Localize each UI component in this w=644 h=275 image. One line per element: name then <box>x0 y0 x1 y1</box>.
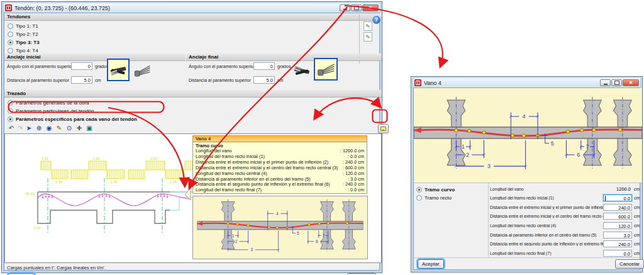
tramo-mode-list: Tramo curvoTramo recto <box>416 186 488 202</box>
tendon-type-option[interactable]: Tipo 1: T1 <box>8 22 40 30</box>
param-input[interactable]: 0.0 <box>603 250 632 257</box>
app-icon <box>414 79 421 86</box>
tooltip-row-label: Distancia entre el segundo punto de infl… <box>196 182 343 188</box>
dist-unit: cm <box>277 78 283 82</box>
param-input[interactable]: 240.0 <box>603 204 632 211</box>
tooltip-row: Longitud del vano: 1200.0 cm <box>193 149 367 154</box>
tooltip-row-label: Distancia al paramento inferior en el ce… <box>196 177 348 182</box>
help-icon[interactable]: ? <box>372 16 380 24</box>
tooltip-row-label: Longitud del tramo recto central (4) <box>196 171 343 177</box>
tooltip-row-value: : 0.0 cm <box>348 188 364 193</box>
tramo-mode-option[interactable]: Tramo curvo <box>416 186 488 194</box>
close-button[interactable]: ✕ <box>623 79 639 86</box>
tooltip-row: Distancia entre el segundo punto de infl… <box>193 182 367 188</box>
span-note-toggle-button[interactable] <box>378 124 389 133</box>
dist-input[interactable]: 5.0 <box>253 76 275 84</box>
vano-diagram-panel <box>414 88 642 183</box>
tramo-mode-label: Tramo curvo <box>425 187 455 193</box>
tendon-window: Tendón: (0, 23.725) - (60.446, 23.725) ✕… <box>1 1 382 273</box>
angle-label: Ángulo con el paramento superior <box>189 64 255 69</box>
zoom-orbit-icon[interactable]: ⊕ <box>35 124 43 133</box>
param-readonly-value: 1200.0 <box>603 186 632 193</box>
cancel-button[interactable]: Cancelar <box>615 259 644 269</box>
redo-icon[interactable]: ↷ <box>16 124 25 133</box>
minimize-button[interactable] <box>340 4 350 11</box>
radio-icon <box>8 31 13 37</box>
maximize-button[interactable] <box>611 79 622 86</box>
pan-hand-icon[interactable]: ✚ <box>75 124 84 133</box>
zoom-real-size-icon[interactable]: ◉ <box>45 124 53 133</box>
param-input[interactable]: 3.0 <box>603 232 632 239</box>
window-title: Tendón: (0, 23.725) - (60.446, 23.725) <box>14 5 110 11</box>
trazado-option[interactable]: Parámetros particulares del tendón <box>8 107 137 115</box>
edit-values-icon[interactable]: ✎ <box>364 32 372 42</box>
strand-fan-icon[interactable] <box>131 61 153 80</box>
radio-icon <box>8 108 13 114</box>
radio-icon <box>8 100 13 106</box>
window-title: Vano 4 <box>424 80 441 86</box>
trazado-header: Trazado <box>4 90 382 98</box>
param-label: Longitud del tramo recto inicial (1) <box>490 196 603 200</box>
undo-icon[interactable]: ↶ <box>7 124 16 133</box>
param-label: Distancia al paramento inferior en el ce… <box>490 233 603 237</box>
param-input[interactable]: 120.0 <box>603 222 632 229</box>
vano-window-titlebar[interactable]: Vano 4 ✕ <box>413 78 640 87</box>
param-label: Longitud del vano <box>490 187 603 191</box>
tramo-mode-label: Tramo recto <box>425 195 452 201</box>
tendon-type-option[interactable]: Tipo 2: T2 <box>8 30 40 38</box>
svg-text:1.92: 1.92 <box>93 157 100 160</box>
tendon-type-label: Tipo 2: T2 <box>16 31 38 37</box>
param-unit: cm <box>632 242 642 246</box>
accept-button[interactable]: Aceptar <box>418 259 444 269</box>
param-row: Distancia entre el extremo inicial y el … <box>490 203 642 212</box>
param-unit: cm <box>632 223 642 228</box>
tooltip-row: Distancia entre el extremo inicial y el … <box>193 160 367 166</box>
param-row: Distancia entre el segundo punto de infl… <box>490 239 642 249</box>
param-label: Distancia entre el extremo inicial y el … <box>490 205 603 210</box>
edit-tendon-icon[interactable]: ✎ <box>364 21 372 31</box>
param-input[interactable]: 0.0 <box>603 194 632 201</box>
vano-window-body: Tramo curvoTramo recto Longitud del vano… <box>413 87 640 270</box>
minimize-button[interactable] <box>600 79 611 86</box>
tendon-type-list: Tipo 1: T1Tipo 2: T2Tipo 3: T3Tipo 4: T4 <box>8 22 40 55</box>
svg-text:1.00: 1.00 <box>34 226 41 230</box>
anchorage-head-icon[interactable] <box>291 61 313 80</box>
angle-input[interactable]: 0 <box>71 62 92 70</box>
param-row: Distancia entre el extremo inicial y el … <box>490 212 642 222</box>
radio-icon <box>8 48 13 53</box>
maximize-button[interactable] <box>351 4 362 11</box>
param-row: Longitud del tramo recto inicial (1)0.0c… <box>490 194 642 203</box>
param-input[interactable]: 600.0 <box>603 213 632 220</box>
edit-pencil-icon[interactable]: ✎ <box>55 124 64 133</box>
strand-fan-icon[interactable] <box>314 58 338 81</box>
screen-capture-icon[interactable]: ▣ <box>85 124 94 133</box>
anclaje-final-header: Anclaje final <box>186 53 382 61</box>
anchorage-head-icon[interactable] <box>107 59 130 81</box>
tendon-window-titlebar[interactable]: Tendón: (0, 23.725) - (60.446, 23.725) ✕ <box>4 3 380 13</box>
close-button[interactable]: ✕ <box>362 4 379 11</box>
tramo-mode-option[interactable]: Tramo recto <box>416 194 488 202</box>
tendon-type-option[interactable]: Tipo 3: T3 <box>8 38 40 47</box>
param-input[interactable]: 240.0 <box>603 240 632 247</box>
tendon-type-label: Tipo 4: T4 <box>16 48 38 53</box>
param-unit: cm <box>632 214 642 218</box>
param-label: Distancia entre el segundo punto de infl… <box>490 242 603 246</box>
tooltip-row-label: Longitud del tramo recto inicial (1) <box>196 154 348 160</box>
divider <box>414 257 642 258</box>
dist-label: Distancia al paramento superior <box>7 78 69 82</box>
dist-input[interactable]: 5.0 <box>71 76 92 84</box>
anclaje-inicial-header: Anclaje inicial <box>4 53 186 61</box>
zoom-window-icon[interactable]: ⊙ <box>65 124 74 133</box>
angle-input[interactable]: 0 <box>253 62 275 70</box>
trazado-option[interactable]: Parámetros específicos para cada vano de… <box>8 115 137 123</box>
param-unit: cm <box>632 233 642 237</box>
pointer-help-icon[interactable]: ➤ <box>25 124 33 133</box>
beam-schematic-small <box>193 196 367 259</box>
param-label: Longitud del tramo recto central (4) <box>490 223 603 228</box>
svg-text:1.36: 1.36 <box>111 180 118 184</box>
drawing-canvas[interactable]: 1.93 1.34 1.92 1.36 1.93 1.35 <box>4 133 382 263</box>
trazado-option[interactable]: Parámetros generales de la obra <box>8 99 137 107</box>
svg-text:1.35: 1.35 <box>170 180 177 184</box>
tooltip-row-label: Longitud del vano <box>196 149 340 154</box>
tendones-header: Tendones <box>4 13 382 21</box>
